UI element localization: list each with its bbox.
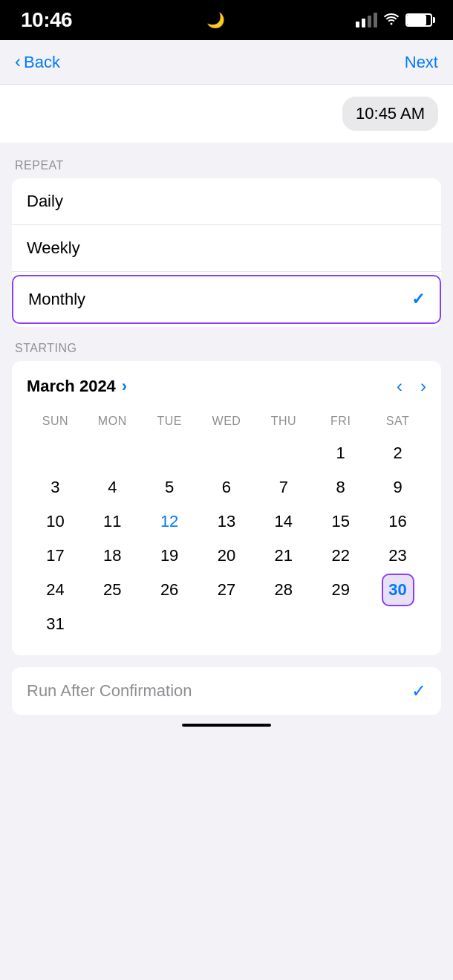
cal-day-6[interactable]: 6 xyxy=(210,471,243,504)
cal-day-empty xyxy=(153,437,186,470)
run-after-label: Run After Confirmation xyxy=(27,681,192,701)
status-time: 10:46 xyxy=(21,8,72,32)
run-after-check-icon[interactable]: ✓ xyxy=(411,681,426,701)
calendar-month-title[interactable]: March 2024 › xyxy=(27,377,127,396)
monthly-checkmark-icon: ✓ xyxy=(411,290,425,309)
cal-day-29[interactable]: 29 xyxy=(325,574,357,606)
calendar-section: March 2024 › ‹ › SUN MON TUE WED THU FRI… xyxy=(12,361,441,655)
next-button[interactable]: Next xyxy=(405,53,438,72)
cal-day-empty xyxy=(39,437,71,470)
cal-day-empty xyxy=(267,608,300,640)
cal-day-20[interactable]: 20 xyxy=(210,539,243,572)
cal-day-empty xyxy=(96,437,128,470)
signal-icon xyxy=(356,13,377,27)
cal-day-empty xyxy=(96,608,128,640)
calendar-month-expand-icon: › xyxy=(122,377,127,396)
weekday-tue: TUE xyxy=(141,412,198,431)
battery-icon xyxy=(405,13,432,27)
cal-day-22[interactable]: 22 xyxy=(325,539,357,572)
cal-day-empty xyxy=(382,608,414,640)
cal-day-31[interactable]: 31 xyxy=(39,608,71,640)
weekday-mon: MON xyxy=(84,412,141,431)
cal-day-9[interactable]: 9 xyxy=(382,471,414,504)
back-chevron-icon: ‹ xyxy=(15,51,21,72)
cal-day-19[interactable]: 19 xyxy=(153,539,186,572)
status-bar: 10:46 🌙 xyxy=(0,0,453,40)
calendar-weekdays: SUN MON TUE WED THU FRI SAT xyxy=(27,412,426,431)
repeat-option-daily[interactable]: Daily xyxy=(12,178,441,225)
cal-day-5[interactable]: 5 xyxy=(153,471,186,504)
back-label: Back xyxy=(24,53,60,72)
nav-bar: ‹ Back Next xyxy=(0,40,453,85)
cal-day-21[interactable]: 21 xyxy=(267,539,300,572)
wifi-icon xyxy=(383,12,400,29)
cal-day-15[interactable]: 15 xyxy=(325,505,357,538)
cal-day-25[interactable]: 25 xyxy=(96,574,128,606)
cal-day-16[interactable]: 16 xyxy=(382,505,414,538)
cal-day-13[interactable]: 13 xyxy=(210,505,243,538)
cal-day-27[interactable]: 27 xyxy=(210,574,243,606)
cal-day-10[interactable]: 10 xyxy=(39,505,71,538)
cal-day-8[interactable]: 8 xyxy=(325,471,357,504)
weekday-thu: THU xyxy=(255,412,312,431)
repeat-option-weekly[interactable]: Weekly xyxy=(12,225,441,272)
time-bubble-section: 10:45 AM xyxy=(0,85,453,143)
repeat-option-monthly[interactable]: Monthly ✓ xyxy=(12,275,441,324)
repeat-section-label: REPEAT xyxy=(0,144,453,178)
calendar-nav-buttons: ‹ › xyxy=(397,376,426,397)
cal-day-7[interactable]: 7 xyxy=(267,471,300,504)
status-icons xyxy=(356,12,432,29)
starting-section-label: STARTING xyxy=(0,327,453,361)
cal-day-empty xyxy=(325,608,357,640)
repeat-monthly-label: Monthly xyxy=(28,290,85,309)
cal-day-empty xyxy=(210,608,243,640)
calendar-prev-button[interactable]: ‹ xyxy=(397,376,403,397)
cal-day-empty xyxy=(210,437,243,470)
cal-day-28[interactable]: 28 xyxy=(267,574,300,606)
cal-day-2[interactable]: 2 xyxy=(382,437,414,470)
calendar-next-button[interactable]: › xyxy=(420,376,426,397)
cal-day-24[interactable]: 24 xyxy=(39,574,71,606)
weekday-sun: SUN xyxy=(27,412,84,431)
calendar-days: 1 2 3 4 5 6 7 8 9 10 11 12 13 14 15 16 1… xyxy=(27,437,426,640)
calendar-month-year: March 2024 xyxy=(27,377,116,396)
back-button[interactable]: ‹ Back xyxy=(15,53,60,72)
weekday-fri: FRI xyxy=(312,412,369,431)
cal-day-17[interactable]: 17 xyxy=(39,539,71,572)
cal-day-3[interactable]: 3 xyxy=(39,471,71,504)
weekday-sat: SAT xyxy=(369,412,426,431)
repeat-options-group: Daily Weekly Monthly ✓ xyxy=(12,178,441,327)
cal-day-4[interactable]: 4 xyxy=(96,471,128,504)
calendar-header: March 2024 › ‹ › xyxy=(27,376,426,397)
repeat-weekly-label: Weekly xyxy=(27,238,80,258)
cal-day-30-selected[interactable]: 30 xyxy=(382,574,414,606)
cal-day-1[interactable]: 1 xyxy=(325,437,357,470)
cal-day-empty xyxy=(153,608,186,640)
home-indicator xyxy=(182,724,271,727)
cal-day-12-today[interactable]: 12 xyxy=(153,505,186,538)
cal-day-18[interactable]: 18 xyxy=(96,539,128,572)
weekday-wed: WED xyxy=(198,412,255,431)
time-bubble: 10:45 AM xyxy=(342,97,438,131)
cal-day-empty xyxy=(267,437,300,470)
cal-day-11[interactable]: 11 xyxy=(96,505,128,538)
bottom-section: Run After Confirmation ✓ xyxy=(12,667,441,715)
cal-day-23[interactable]: 23 xyxy=(382,539,414,572)
repeat-daily-label: Daily xyxy=(27,192,63,211)
cal-day-14[interactable]: 14 xyxy=(267,505,300,538)
main-content: ‹ Back Next 10:45 AM REPEAT Daily Weekly… xyxy=(0,40,453,980)
cal-day-26[interactable]: 26 xyxy=(153,574,186,606)
moon-icon: 🌙 xyxy=(206,11,225,29)
